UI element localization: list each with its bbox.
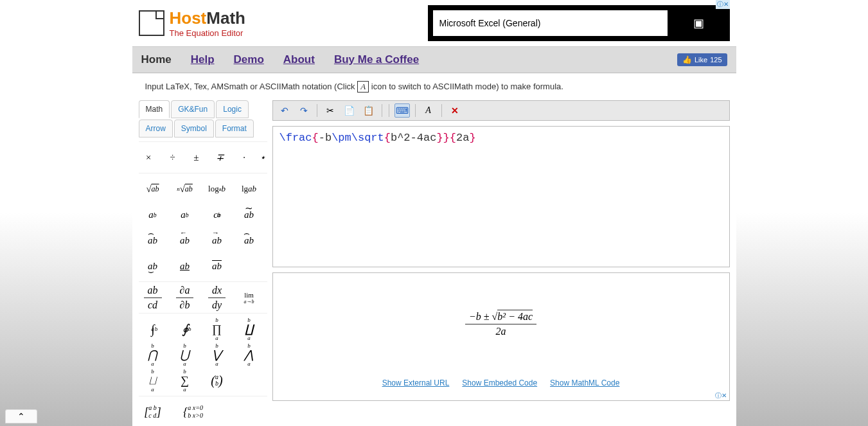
ad-close-icon[interactable]: ⓘ✕ [716,0,730,9]
sym-star[interactable]: ⋆ [258,148,267,166]
bottom-ad-close-icon[interactable]: ⓘ✕ [273,391,729,400]
italic-button[interactable]: A [421,103,436,118]
nav-bar: Home Help Demo About Buy Me a Coffee 👍 L… [132,47,736,73]
sym-sup[interactable]: ab [139,206,167,224]
sym-sub[interactable]: ab [171,206,199,224]
tab-math[interactable]: Math [139,100,170,118]
sym-rarrow[interactable]: ab→ [203,231,231,249]
sym-frac[interactable]: abcd [139,288,167,306]
sym-bigsqcup[interactable]: b⨆a [139,371,167,389]
sym-coprod[interactable]: b∐a [235,320,263,338]
link-embed-code[interactable]: Show Embeded Code [462,378,537,387]
logo-title: HostMath [170,8,245,28]
sym-prod[interactable]: b∏a [203,320,231,338]
fb-like-button[interactable]: 👍 Like 125 [677,53,727,66]
editor-toolbar: ↶ ↷ ✂ 📄 📋 ⌨ A ✕ [272,100,730,121]
sym-cdot[interactable]: · [234,148,254,166]
rendered-formula: −b ± √b² − 4ac 2a [273,273,729,375]
sym-partial[interactable]: ∂a∂b [171,288,199,306]
sym-lg[interactable]: lg ab [235,180,263,198]
paste-button[interactable]: 📋 [361,103,376,118]
latex-input[interactable]: \frac{-b\pm\sqrt{b^2-4ac}}{2a} [272,126,730,267]
copy-button[interactable]: 📄 [342,103,357,118]
keyboard-button[interactable]: ⌨ [394,103,410,118]
logo-tagline: The Equation Editor [170,28,245,38]
ad-banner[interactable]: Microsoft Excel (General) ▣ ⓘ✕ [428,5,730,41]
ascii-toggle-icon: A [357,81,369,93]
sym-hat[interactable]: ab⌢ [139,231,167,249]
sym-binom[interactable]: (ab) [203,371,231,389]
sym-bigwedge[interactable]: b⋀a [235,346,263,364]
logo[interactable]: HostMath The Equation Editor [139,8,245,38]
sym-oint[interactable]: ∮ba [171,320,199,338]
sym-cases[interactable]: {a x=0b x>0 [171,403,216,421]
formula-preview: −b ± √b² − 4ac 2a Show External URL Show… [272,272,730,401]
sym-matrix[interactable]: [a bc d] [139,403,167,421]
tab-gkfun[interactable]: GK&Fun [171,100,215,118]
sym-widehat[interactable]: ab⌢ [235,231,263,249]
sym-deriv[interactable]: dxdy [203,288,231,306]
editor-area: ↶ ↷ ✂ 📄 📋 ⌨ A ✕ \frac{-b\pm\sqrt{b^2-4ac… [272,100,730,425]
sym-bigcup[interactable]: b⋃a [171,346,199,364]
logo-icon [139,10,164,36]
symbol-grid: × ÷ ± ∓ · ⋆ √ab n√ab logab lg ab ab ab [139,141,267,425]
sym-sum[interactable]: b∑a [171,371,199,389]
nav-home[interactable]: Home [141,53,172,66]
undo-button[interactable]: ↶ [277,103,292,118]
tab-logic[interactable]: Logic [216,100,249,118]
symbol-sidebar: Math GK&Fun Logic Arrow Symbol Format × … [139,100,267,425]
cut-button[interactable]: ✂ [323,103,338,118]
sym-mp[interactable]: ∓ [210,148,230,166]
sym-bigcap[interactable]: b⋂a [139,346,167,364]
thumb-icon: 👍 [682,55,692,64]
sym-log[interactable]: logab [203,180,231,198]
sym-larrow[interactable]: ab← [171,231,199,249]
close-button[interactable]: ✕ [447,103,463,118]
header: HostMath The Equation Editor Microsoft E… [132,0,736,47]
sym-int[interactable]: ∫ba [139,320,167,338]
instruction-text: Input LaTeX, Tex, AMSmath or ASCIIMath n… [132,73,736,100]
sym-div[interactable]: ÷ [163,148,182,166]
link-mathml[interactable]: Show MathML Code [550,378,619,387]
redo-button[interactable]: ↷ [296,103,312,118]
nav-about[interactable]: About [283,53,315,66]
sym-tilde[interactable]: ab∼ [235,206,263,224]
link-external-url[interactable]: Show External URL [382,378,450,387]
nav-help[interactable]: Help [191,53,215,66]
sym-bigvee[interactable]: b⋁a [203,346,231,364]
sym-times[interactable]: × [139,148,159,166]
sym-overline[interactable]: ab [203,257,231,275]
ad-text: Microsoft Excel (General) [433,10,668,36]
sym-pm[interactable]: ± [186,148,206,166]
ad-logo: ▣ ⓘ✕ [668,5,730,41]
nav-coffee[interactable]: Buy Me a Coffee [334,53,419,66]
scroll-top-button[interactable]: ⌃ [5,409,37,423]
sym-subsup[interactable]: cba [203,206,231,224]
nav-demo[interactable]: Demo [234,53,264,66]
sym-lim[interactable]: lima→b [235,288,263,306]
sym-sqrt[interactable]: √ab [139,180,167,198]
preview-links: Show External URL Show Embeded Code Show… [273,375,729,391]
tab-arrow[interactable]: Arrow [139,120,173,138]
sym-nthroot[interactable]: n√ab [171,180,199,198]
sym-underline[interactable]: ab [171,257,199,275]
sidebar-tabs: Math GK&Fun Logic Arrow Symbol Format [139,100,267,138]
tab-format[interactable]: Format [215,120,254,138]
sym-underbrace[interactable]: ab⌣ [139,257,167,275]
tab-symbol[interactable]: Symbol [174,120,214,138]
